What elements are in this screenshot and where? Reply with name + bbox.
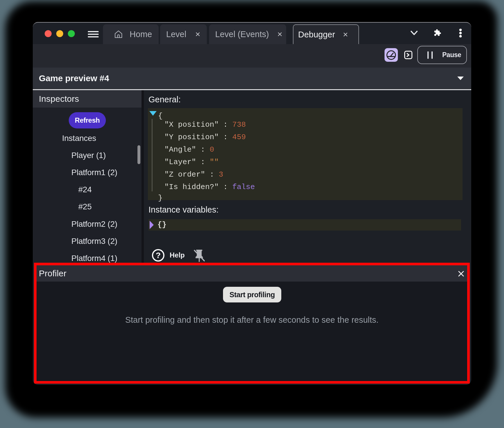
svg-text:?: ?: [156, 251, 161, 260]
